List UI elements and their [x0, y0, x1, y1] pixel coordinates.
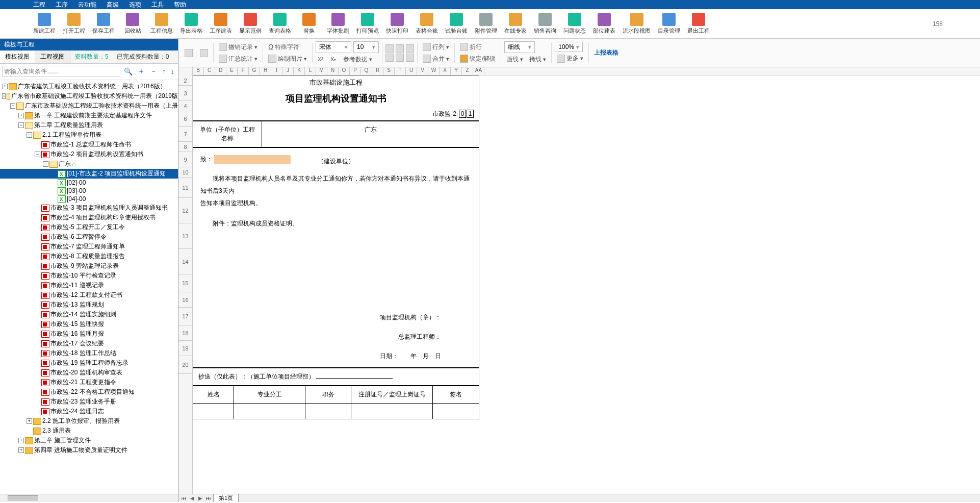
ref-data[interactable]: 参考数据 ▾ — [341, 54, 374, 65]
tree-node[interactable]: 市政监-14 监理实施细则 — [0, 310, 178, 319]
tree-node[interactable]: 市政监-9 旁站监理记录表 — [0, 261, 178, 271]
tree-node[interactable]: +第三章 施工管理文件 — [0, 436, 178, 445]
subscript-icon[interactable]: X₂ — [328, 55, 338, 64]
tool-退出工程[interactable]: 退出工程 — [687, 13, 710, 35]
recipient-field[interactable] — [214, 155, 291, 164]
redo-icon[interactable] — [198, 48, 210, 58]
down-icon[interactable]: ↓ — [169, 67, 176, 76]
valign-mid-icon[interactable] — [396, 54, 404, 62]
tool-导出表格[interactable]: 导出表格 — [180, 13, 202, 35]
tree-node[interactable]: 市政监-22 不合格工程项目通知 — [0, 387, 178, 397]
tree-node[interactable]: 市政监-18 监理工作总结 — [0, 348, 178, 358]
tree-node[interactable]: [03]-00 — [0, 187, 178, 195]
tree-node[interactable]: +广东省建筑工程竣工验收技术资料统一用表（2016版） — [0, 82, 178, 91]
wrap[interactable]: 折行 — [458, 42, 498, 53]
tree-node[interactable]: −广东省市政基础设施工程竣工验收技术资料统一用表（2019版 — [0, 91, 178, 101]
tree-node[interactable]: −市政监-2 项目监理机构设置通知书 — [0, 149, 178, 159]
tree-node[interactable]: [02]-00 — [0, 179, 178, 187]
tool-替换[interactable]: 替换 — [298, 13, 320, 35]
menu-item[interactable]: 高级 — [107, 1, 119, 9]
tree-node[interactable]: 市政监-7 监理工程师通知单 — [0, 242, 178, 252]
row-col[interactable]: 行列 ▾ — [421, 42, 451, 53]
tree-node[interactable]: 2.3 通用表 — [0, 426, 178, 436]
tool-打印预览[interactable]: 打印预览 — [356, 13, 379, 35]
tool-回收站[interactable]: 回收站 — [122, 13, 143, 35]
tool-查询表格[interactable]: 查询表格 — [269, 13, 291, 35]
tree-node[interactable]: 市政监-11 巡视记录 — [0, 281, 178, 290]
tree-node[interactable]: 市政监-17 会议纪要 — [0, 339, 178, 348]
tool-目录管理[interactable]: 目录管理 — [658, 13, 680, 35]
menu-item[interactable]: 工具 — [151, 1, 164, 9]
spreadsheet[interactable]: BCDEFGHIJKLMNOPQRSTUVWXYZAA 234678910111… — [178, 67, 980, 502]
undo-icon[interactable] — [183, 48, 195, 58]
prev-icon[interactable]: ◀ — [189, 495, 196, 501]
valign-bot-icon[interactable] — [406, 54, 414, 62]
first-icon[interactable]: ⏮ — [180, 495, 188, 501]
tool-工序建表[interactable]: 工序建表 — [210, 13, 232, 35]
doc-body[interactable]: 致： （建设单位） 现将本项目监理机构人员名单及其专业分工通知你方，若你方对本通… — [193, 147, 479, 367]
superscript-icon[interactable]: X² — [316, 55, 325, 63]
zoom[interactable]: 100% — [555, 42, 583, 52]
up-icon[interactable]: ↑ — [161, 67, 167, 76]
sum-stats[interactable]: 汇总统计 ▾ — [217, 54, 260, 64]
special-char[interactable]: Ω特殊字符 — [266, 42, 309, 53]
size-select[interactable]: 10 — [353, 41, 379, 53]
unit-value[interactable]: 广东 — [262, 121, 479, 147]
line-style[interactable]: 细线 — [504, 41, 535, 53]
tree-node[interactable]: 市政监-1 总监理工程师任命书 — [0, 140, 178, 149]
copy-line[interactable]: 拷线▾ — [527, 54, 548, 65]
lock[interactable]: 锁定/解锁 — [458, 54, 498, 64]
tool-在线专家[interactable]: 在线专家 — [504, 13, 527, 35]
tool-快速打印[interactable]: 快速打印 — [386, 13, 408, 35]
next-icon[interactable]: ▶ — [197, 495, 204, 501]
align-right-icon[interactable] — [406, 44, 414, 53]
search-input[interactable] — [2, 66, 120, 77]
tool-工程信息[interactable]: 工程信息 — [150, 13, 173, 35]
valign-top-icon[interactable] — [385, 54, 394, 62]
tool-表格台账[interactable]: 表格台账 — [416, 13, 438, 35]
tree-node[interactable]: 市政监-15 监理快报 — [0, 319, 178, 329]
search-icon[interactable]: 🔍 — [122, 67, 134, 76]
tab-template-view[interactable]: 模板视图 — [0, 51, 35, 63]
tree-node[interactable]: −广东市政基础设施工程竣工验收技术资料统一用表（上册 — [0, 101, 178, 111]
signature-table-row[interactable] — [193, 403, 479, 419]
tool-保存工程[interactable]: 保存工程 — [92, 13, 115, 35]
font-select[interactable]: 宋体 — [316, 41, 351, 53]
tree-node[interactable]: 市政监-4 项目监理机构印章使用授权书 — [0, 213, 178, 222]
last-icon[interactable]: ⏭ — [205, 495, 212, 501]
draw-line[interactable]: 画线▾ — [504, 54, 525, 65]
undo-record[interactable]: 撤销记录 ▾ — [217, 42, 260, 53]
tree-node[interactable]: +第一章 工程建设前期主要法定基建程序文件 — [0, 111, 178, 120]
tree-node[interactable]: +第四章 进场施工物资质量证明文件 — [0, 445, 178, 455]
draw-pic[interactable]: 绘制图片 ▾ — [266, 54, 309, 64]
panel-hscroll[interactable] — [0, 494, 178, 502]
tool-新建工程[interactable]: 新建工程 — [33, 13, 56, 35]
tree-node[interactable]: +2.2 施工单位报审、报验用表 — [0, 416, 178, 426]
tool-部位建表[interactable]: 部位建表 — [593, 13, 615, 35]
tab-project-view[interactable]: 工程视图 — [35, 51, 70, 63]
upload-table[interactable]: 上报表格 — [592, 47, 621, 58]
tool-试验台账[interactable]: 试验台账 — [445, 13, 468, 35]
sheet-tab[interactable]: 第1页 — [213, 494, 239, 502]
align-center-icon[interactable] — [396, 44, 404, 53]
tool-流水段视图[interactable]: 流水段视图 — [623, 13, 651, 35]
minus-icon[interactable]: － — [148, 67, 159, 76]
menu-item[interactable]: 选项 — [129, 1, 141, 9]
tool-显示范例[interactable]: 显示范例 — [239, 13, 262, 35]
menu-item[interactable]: 帮助 — [174, 1, 186, 9]
tool-字体批刷[interactable]: 字体批刷 — [327, 13, 349, 35]
more[interactable]: 更多 ▾ — [555, 53, 585, 64]
tree-node[interactable]: −第二章 工程质量监理用表 — [0, 120, 178, 130]
menu-item[interactable]: 工程 — [33, 1, 45, 9]
tree-node[interactable]: 市政监-16 监理月报 — [0, 329, 178, 339]
tool-销售咨询[interactable]: 销售咨询 — [534, 13, 556, 35]
tree-node[interactable]: 市政监-6 工程暂停令 — [0, 232, 178, 242]
tree-node[interactable]: −广东⌂ — [0, 159, 178, 169]
tree-node[interactable]: 市政监-23 监理业务手册 — [0, 397, 178, 407]
tree-node[interactable]: 市政监-13 监理规划 — [0, 300, 178, 310]
tree[interactable]: +广东省建筑工程竣工验收技术资料统一用表（2016版）−广东省市政基础设施工程竣… — [0, 80, 178, 494]
tree-node[interactable]: 市政监-20 监理机构审查表 — [0, 368, 178, 378]
menu-item[interactable]: 工序 — [56, 1, 68, 9]
tree-node[interactable]: 市政监-24 监理日志 — [0, 407, 178, 416]
tool-问题状态[interactable]: 问题状态 — [563, 13, 586, 35]
